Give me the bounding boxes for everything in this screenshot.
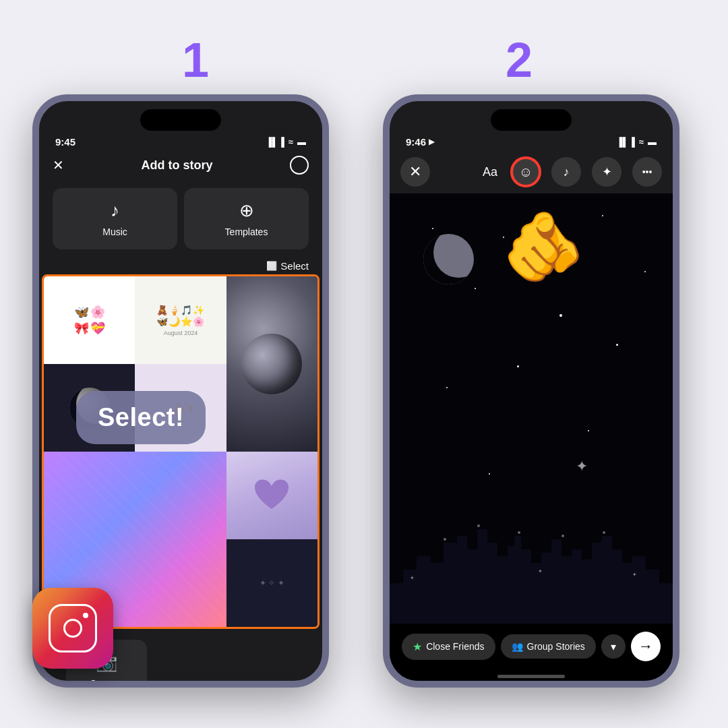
svg-point-4 [603, 531, 605, 534]
select-label: Select [280, 260, 309, 272]
signal-icon: ▐▌▐ [266, 137, 284, 147]
status-bar-2: 9:46 ▶ ▐▌▐ ≈ ▬ [390, 131, 673, 150]
close-friends-icon: ★ [413, 640, 422, 653]
photo-cell-7[interactable] [226, 452, 317, 539]
star [446, 387, 448, 388]
home-indicator-2 [390, 672, 673, 681]
city-silhouette: ✦ ✦ ✦ [390, 502, 673, 624]
svg-text:✦: ✦ [538, 568, 543, 574]
time-2: 9:46 ▶ [406, 136, 434, 148]
effects-icon: ✦ [602, 164, 612, 179]
more-button[interactable]: ••• [632, 157, 662, 187]
step1-number: 1 [182, 32, 209, 88]
select-option[interactable]: ⬜ Select [266, 260, 309, 272]
svg-text:✦: ✦ [632, 572, 637, 578]
svg-point-2 [518, 531, 520, 534]
templates-option[interactable]: ⊕ Templates [184, 188, 309, 249]
music-toolbar-button[interactable]: ♪ [551, 157, 581, 187]
sticker-button[interactable]: ☺ [511, 157, 541, 187]
phone2-bottom-bar: ★ Close Friends 👥 Group Stories ▾ → [390, 624, 673, 672]
wifi-icon-2: ≈ [639, 137, 644, 147]
star [432, 228, 433, 229]
music-option[interactable]: ♪ Music [53, 188, 177, 249]
toolbar-aa[interactable]: Aa [480, 165, 500, 179]
more-icon: ••• [642, 166, 653, 177]
music-icon: ♪ [111, 200, 119, 221]
star [475, 288, 476, 289]
close-friends-label: Close Friends [426, 641, 484, 652]
chevron-button[interactable]: ▾ [601, 634, 626, 659]
story-background: 🫵 ✦ ✦ ✦ ✦ [390, 193, 673, 624]
group-stories-button[interactable]: 👥 Group Stories [501, 634, 596, 659]
instagram-logo [32, 588, 113, 669]
photo-grid: 🦋🌸 🎀💝 🧸🍦🎵✨ 🦋🌙⭐🌸 August 2024 [44, 276, 317, 627]
star [517, 365, 519, 367]
step2-number: 2 [506, 32, 533, 88]
battery-icon: ▬ [297, 137, 306, 147]
select-callout: Select! [76, 391, 206, 444]
story-options-grid: ♪ Music ⊕ Templates [39, 180, 322, 257]
star [644, 271, 646, 272]
camera-label: Camera [90, 678, 123, 681]
status-bar-1: 9:45 ▐▌▐ ≈ ▬ [39, 131, 322, 150]
photo-cell-1[interactable]: 🦋🌸 🎀💝 [44, 276, 135, 364]
star [616, 344, 618, 346]
select-icon: ⬜ [266, 261, 277, 271]
photo-cell-3[interactable] [226, 276, 317, 452]
dynamic-island-1 [140, 109, 221, 131]
close-button-2[interactable]: ✕ [400, 157, 430, 187]
settings-icon[interactable] [290, 156, 309, 175]
photo-cell-2[interactable]: 🧸🍦🎵✨ 🦋🌙⭐🌸 August 2024 [135, 276, 226, 364]
select-bar: ⬜ Select [39, 257, 322, 274]
templates-icon: ⊕ [239, 200, 254, 221]
group-stories-label: Group Stories [527, 641, 585, 652]
phone1-header: ✕ Add to story [39, 150, 322, 180]
chevron-down-icon: ▾ [611, 640, 616, 653]
signal-icon-2: ▐▌▐ [616, 137, 635, 147]
phone2-toolbar: ✕ Aa ☺ ♪ ✦ ••• [390, 150, 673, 193]
battery-icon-2: ▬ [648, 137, 657, 147]
dynamic-island-2 [491, 109, 572, 131]
sticker-icon: ☺ [519, 164, 533, 180]
time-1: 9:45 [55, 136, 75, 148]
photo-cell-8[interactable]: ✦ ✧ ✦ [226, 539, 317, 627]
star [489, 473, 490, 475]
star [559, 314, 562, 317]
svg-point-3 [562, 535, 564, 537]
music-toolbar-icon: ♪ [564, 165, 570, 179]
add-to-story-title: Add to story [142, 158, 213, 173]
wifi-icon: ≈ [289, 137, 293, 147]
group-icon: 👥 [512, 641, 523, 652]
share-button[interactable]: → [631, 632, 661, 661]
star [602, 215, 603, 216]
effects-button[interactable]: ✦ [592, 157, 621, 187]
close-friends-button[interactable]: ★ Close Friends [402, 634, 495, 660]
music-label: Music [102, 226, 127, 237]
sparkle-plus: ✦ [576, 458, 588, 475]
close-icon[interactable]: ✕ [53, 157, 64, 173]
star [588, 430, 589, 431]
photo-grid-container: 🦋🌸 🎀💝 🧸🍦🎵✨ 🦋🌙⭐🌸 August 2024 [42, 274, 320, 629]
templates-label: Templates [225, 226, 268, 237]
phone-2: 9:46 ▶ ▐▌▐ ≈ ▬ ✕ Aa ☺ ♪ ✦ [383, 94, 679, 688]
hand-cursor: 🫵 [502, 207, 586, 286]
svg-point-0 [444, 538, 446, 541]
arrow-right-icon: → [638, 638, 653, 655]
moon [423, 234, 474, 284]
svg-point-1 [477, 524, 480, 527]
svg-text:✦: ✦ [410, 575, 415, 581]
